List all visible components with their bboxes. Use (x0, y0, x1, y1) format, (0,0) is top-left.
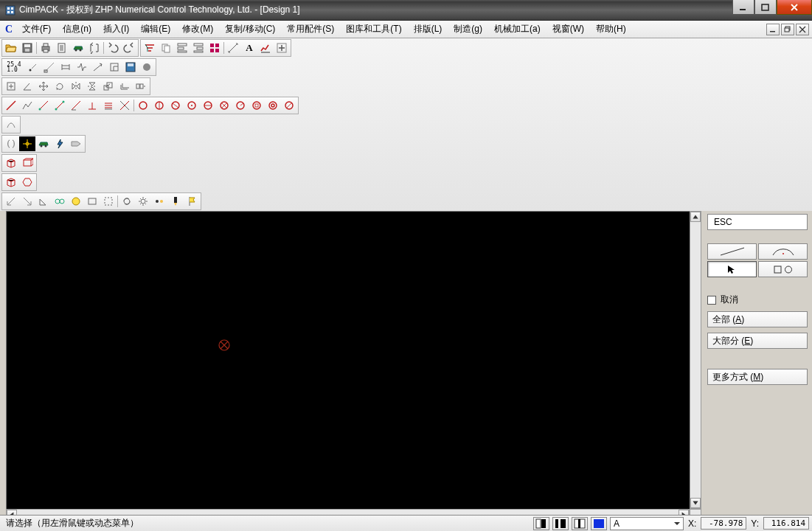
scale-icon[interactable]: 25.4 1.0 (3, 60, 25, 74)
select-most-button[interactable]: 大部分 ( E ) (707, 333, 808, 349)
car2-icon[interactable] (35, 136, 52, 151)
dot-icon[interactable] (139, 60, 155, 74)
line-pt-icon[interactable] (35, 98, 52, 113)
menu-edit[interactable]: 编辑(E) (135, 21, 176, 38)
line-angle-icon[interactable] (68, 98, 84, 113)
marker-icon[interactable] (167, 194, 184, 209)
car-icon[interactable] (70, 41, 86, 55)
select-all-button[interactable]: 全部 ( A ) (707, 311, 808, 327)
menu-machine[interactable]: 机械加工(a) (488, 21, 546, 38)
tag-icon[interactable] (68, 136, 84, 151)
vertical-scrollbar[interactable] (690, 211, 701, 509)
circle-4-icon[interactable] (184, 98, 200, 113)
undo-icon[interactable] (105, 41, 121, 55)
snap-perp-icon[interactable] (106, 60, 122, 74)
polyline-icon[interactable] (19, 98, 35, 113)
scale-xy-icon[interactable] (100, 79, 117, 94)
copy-icon[interactable] (158, 41, 174, 55)
more-methods-button[interactable]: 更多方式 ( M ) (707, 369, 808, 385)
line-icon[interactable] (3, 98, 19, 113)
menu-logo[interactable]: C (1, 24, 16, 35)
circle-2-icon[interactable] (151, 98, 167, 113)
array-icon[interactable] (133, 79, 149, 94)
menu-common[interactable]: 常用配件(S) (281, 21, 340, 38)
perp-line-icon[interactable] (84, 98, 100, 113)
maximize-button[interactable] (754, 0, 777, 15)
circle-9-icon[interactable] (265, 98, 281, 113)
hex-icon[interactable] (19, 175, 35, 190)
mirror-v-icon[interactable] (68, 79, 84, 94)
mdi-minimize-button[interactable] (766, 24, 780, 35)
angle-icon[interactable] (19, 79, 35, 94)
close-button[interactable] (777, 0, 812, 15)
box3d-red3-icon[interactable] (3, 175, 19, 190)
measure-icon[interactable] (225, 41, 241, 55)
bracket-icon[interactable] (3, 136, 19, 151)
bolt-icon[interactable] (52, 136, 68, 151)
flip-icon[interactable] (86, 41, 103, 55)
status-combo[interactable]: A (610, 517, 684, 530)
rect-icon[interactable] (84, 194, 100, 209)
snap-center-icon[interactable] (74, 60, 90, 74)
toggle-icon[interactable] (151, 194, 167, 209)
corner-icon[interactable] (35, 194, 52, 209)
menu-make[interactable]: 制造(g) (448, 21, 488, 38)
minimize-button[interactable] (732, 0, 754, 15)
scroll-down-icon[interactable] (690, 498, 701, 508)
doc-icon[interactable] (54, 41, 70, 55)
circle-yellow-icon[interactable] (68, 194, 84, 209)
circle-5-icon[interactable] (200, 98, 216, 113)
menu-library[interactable]: 图库和工具(T) (340, 21, 407, 38)
menu-layout[interactable]: 排版(L) (408, 21, 448, 38)
circle-10-icon[interactable] (281, 98, 297, 113)
flag-icon[interactable] (184, 194, 200, 209)
mdi-restore-button[interactable] (781, 24, 794, 35)
cancel-checkbox[interactable]: 取消 (707, 294, 808, 306)
align-left-icon[interactable] (174, 41, 190, 55)
text-icon[interactable]: A (241, 41, 257, 55)
offset-icon[interactable] (117, 79, 133, 94)
align-right-icon[interactable] (190, 41, 207, 55)
esc-button[interactable]: ESC (707, 214, 808, 230)
arrow-ne-icon[interactable] (19, 194, 35, 209)
menu-help[interactable]: 帮助(H) (590, 21, 632, 38)
menu-file[interactable]: 文件(F) (16, 21, 57, 38)
move-icon[interactable] (35, 79, 52, 94)
snap-end-icon[interactable] (41, 60, 58, 74)
scroll-up-icon[interactable] (690, 212, 701, 222)
filter-icon[interactable] (142, 41, 158, 55)
arrow-nw-icon[interactable] (3, 194, 19, 209)
rect2-icon[interactable] (100, 194, 117, 209)
line-2pt-icon[interactable] (52, 98, 68, 113)
save-icon[interactable] (19, 41, 35, 55)
box-plus-icon[interactable] (3, 79, 19, 94)
mirror-h-icon[interactable] (84, 79, 100, 94)
menu-copymove[interactable]: 复制/移动(C) (219, 21, 281, 38)
tool-select[interactable] (707, 261, 757, 277)
status-swatch-4[interactable] (591, 517, 607, 530)
tool-line[interactable] (707, 243, 757, 260)
box3d-red2-icon[interactable] (19, 156, 35, 170)
circle-7-icon[interactable] (232, 98, 249, 113)
open-icon[interactable] (3, 41, 19, 55)
print-icon[interactable] (38, 41, 54, 55)
mdi-close-button[interactable] (796, 24, 809, 35)
disk-icon[interactable] (122, 60, 139, 74)
plus-icon[interactable] (274, 41, 290, 55)
circle-6-icon[interactable] (216, 98, 232, 113)
status-swatch-2[interactable] (552, 517, 569, 530)
link-icon[interactable] (52, 194, 68, 209)
tool-shapes[interactable] (758, 261, 808, 277)
tool-arc[interactable] (758, 243, 808, 260)
menu-modify[interactable]: 修改(M) (176, 21, 219, 38)
parallel-icon[interactable] (100, 98, 117, 113)
point-icon[interactable] (25, 60, 41, 74)
curve-icon[interactable] (3, 117, 19, 132)
snap-tangent-icon[interactable] (90, 60, 106, 74)
tangent-line-icon[interactable] (117, 98, 133, 113)
menu-window[interactable]: 视窗(W) (546, 21, 590, 38)
refresh-icon[interactable] (119, 194, 135, 209)
redo-icon[interactable] (121, 41, 137, 55)
chart-icon[interactable] (257, 41, 274, 55)
circle-icon[interactable] (135, 98, 151, 113)
